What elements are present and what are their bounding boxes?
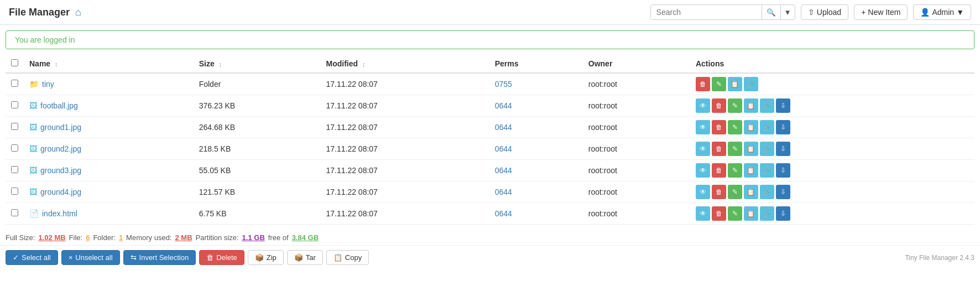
col-size-sort-icon[interactable]: ↕ <box>219 61 222 67</box>
action-trash-btn-1[interactable]: 🗑 <box>712 98 726 113</box>
file-link-1[interactable]: football.jpg <box>40 101 78 110</box>
action-edit-btn-6[interactable]: ✎ <box>728 206 742 221</box>
action-trash-btn-3[interactable]: 🗑 <box>712 142 726 156</box>
copy-label: Copy <box>345 253 362 262</box>
action-download-btn-6[interactable]: ⇩ <box>776 206 790 221</box>
perm-link-3[interactable]: 0644 <box>495 144 512 153</box>
action-link-btn-2[interactable]: 🔗 <box>760 120 774 134</box>
col-name-sort-icon[interactable]: ↕ <box>55 61 58 67</box>
col-modified-sort-icon[interactable]: ↕ <box>362 61 366 67</box>
action-copy2-btn-6[interactable]: 📋 <box>744 206 758 221</box>
action-trash-btn-2[interactable]: 🗑 <box>712 120 726 134</box>
unselect-all-button[interactable]: × Unselect all <box>61 250 120 265</box>
search-input[interactable] <box>651 5 762 19</box>
table-row: 📁tinyFolder17.11.22 08:070755root:root🗑✎… <box>6 73 974 95</box>
home-icon[interactable]: ⌂ <box>75 7 81 18</box>
action-download-btn-5[interactable]: ⇩ <box>776 185 790 199</box>
full-size-label: Full Size: <box>6 233 35 242</box>
version-text: Tiny File Manager 2.4.3 <box>905 254 974 262</box>
action-download-btn-2[interactable]: ⇩ <box>776 120 790 134</box>
row-checkbox-3[interactable] <box>11 144 18 152</box>
action-copy2-btn-1[interactable]: 📋 <box>744 98 758 113</box>
upload-button[interactable]: ⇧ Upload <box>801 4 848 20</box>
new-item-label: New Item <box>868 8 900 17</box>
plus-icon: + <box>861 8 866 17</box>
select-all-checkbox[interactable] <box>11 59 18 66</box>
action-download-btn-3[interactable]: ⇩ <box>776 142 790 156</box>
action-download-btn-4[interactable]: ⇩ <box>776 163 790 178</box>
file-link-3[interactable]: ground2.jpg <box>40 144 81 153</box>
bottom-toolbar: ✓ Select all × Unselect all ⇆ Invert Sel… <box>0 245 980 269</box>
action-trash-btn-5[interactable]: 🗑 <box>712 185 726 199</box>
action-link-btn-1[interactable]: 🔗 <box>760 98 774 113</box>
perm-link-6[interactable]: 0644 <box>495 209 512 218</box>
file-table-container: Name ↕ Size ↕ Modified ↕ Perms Owner <box>6 55 974 225</box>
action-link-btn-6[interactable]: 🔗 <box>760 206 774 221</box>
action-eye-btn-6[interactable]: 👁 <box>696 206 710 221</box>
action-copy2-btn-2[interactable]: 📋 <box>744 120 758 134</box>
zip-button[interactable]: 📦 Zip <box>248 250 284 265</box>
partition-value: 1.1 GB <box>242 233 265 242</box>
row-checkbox-1[interactable] <box>11 101 18 108</box>
perm-link-1[interactable]: 0644 <box>495 101 512 110</box>
admin-button[interactable]: 👤 Admin ▼ <box>913 4 971 20</box>
perm-link-2[interactable]: 0644 <box>495 123 512 132</box>
action-edit-btn-3[interactable]: ✎ <box>728 142 742 156</box>
action-trash-btn-0[interactable]: 🗑 <box>696 77 710 91</box>
check-icon: ✓ <box>13 253 19 262</box>
partition-label: Partition size: <box>196 233 239 242</box>
action-copy2-btn-0[interactable]: 📋 <box>728 77 742 91</box>
copy-button[interactable]: 📋 Copy <box>326 250 369 265</box>
search-dropdown-button[interactable]: ▼ <box>780 6 795 19</box>
action-eye-btn-3[interactable]: 👁 <box>696 142 710 156</box>
action-eye-btn-4[interactable]: 👁 <box>696 163 710 178</box>
file-link-2[interactable]: ground1.jpg <box>40 123 81 132</box>
perm-link-0[interactable]: 0755 <box>495 80 512 89</box>
col-actions: Actions <box>690 55 974 73</box>
uncheck-icon: × <box>69 253 73 262</box>
col-owner: Owner <box>583 55 690 73</box>
file-table: Name ↕ Size ↕ Modified ↕ Perms Owner <box>6 55 974 225</box>
action-edit-btn-2[interactable]: ✎ <box>728 120 742 134</box>
file-link-4[interactable]: ground3.jpg <box>40 166 81 175</box>
file-link-6[interactable]: index.html <box>42 209 77 218</box>
invert-selection-button[interactable]: ⇆ Invert Selection <box>123 250 196 265</box>
action-eye-btn-2[interactable]: 👁 <box>696 120 710 134</box>
file-table-body: 📁tinyFolder17.11.22 08:070755root:root🗑✎… <box>6 73 974 225</box>
new-item-button[interactable]: + New Item <box>854 4 908 20</box>
action-eye-btn-1[interactable]: 👁 <box>696 98 710 113</box>
search-button[interactable]: 🔍 <box>762 6 780 19</box>
row-checkbox-4[interactable] <box>11 166 18 173</box>
action-link-btn-5[interactable]: 🔗 <box>760 185 774 199</box>
action-edit-btn-5[interactable]: ✎ <box>728 185 742 199</box>
action-link-btn-4[interactable]: 🔗 <box>760 163 774 178</box>
row-checkbox-2[interactable] <box>11 123 18 130</box>
app-title: File Manager <box>9 7 70 18</box>
row-checkbox-0[interactable] <box>11 80 18 87</box>
file-link-5[interactable]: ground4.jpg <box>40 188 81 196</box>
header-right: 🔍 ▼ ⇧ Upload + New Item 👤 Admin ▼ <box>650 4 971 20</box>
col-modified: Modified ↕ <box>320 55 489 73</box>
action-eye-btn-5[interactable]: 👁 <box>696 185 710 199</box>
action-trash-btn-4[interactable]: 🗑 <box>712 163 726 178</box>
select-all-button[interactable]: ✓ Select all <box>6 250 58 265</box>
action-link-btn-3[interactable]: 🔗 <box>760 142 774 156</box>
action-copy2-btn-5[interactable]: 📋 <box>744 185 758 199</box>
action-trash-btn-6[interactable]: 🗑 <box>712 206 726 221</box>
action-edit-btn-4[interactable]: ✎ <box>728 163 742 178</box>
perm-link-5[interactable]: 0644 <box>495 188 512 196</box>
file-modified-3: 17.11.22 08:07 <box>320 138 489 160</box>
perm-link-4[interactable]: 0644 <box>495 166 512 175</box>
action-edit-btn-0[interactable]: ✎ <box>712 77 726 91</box>
action-download-btn-1[interactable]: ⇩ <box>776 98 790 113</box>
action-copy2-btn-3[interactable]: 📋 <box>744 142 758 156</box>
delete-button[interactable]: 🗑 Delete <box>199 250 244 265</box>
file-size-0: Folder <box>194 73 321 95</box>
action-edit-btn-1[interactable]: ✎ <box>728 98 742 113</box>
file-link-0[interactable]: tiny <box>42 80 54 89</box>
row-checkbox-5[interactable] <box>11 188 18 195</box>
action-copy2-btn-4[interactable]: 📋 <box>744 163 758 178</box>
row-checkbox-6[interactable] <box>11 209 18 216</box>
tar-button[interactable]: 📦 Tar <box>287 250 323 265</box>
action-link-btn-0[interactable]: 🔗 <box>744 77 758 91</box>
